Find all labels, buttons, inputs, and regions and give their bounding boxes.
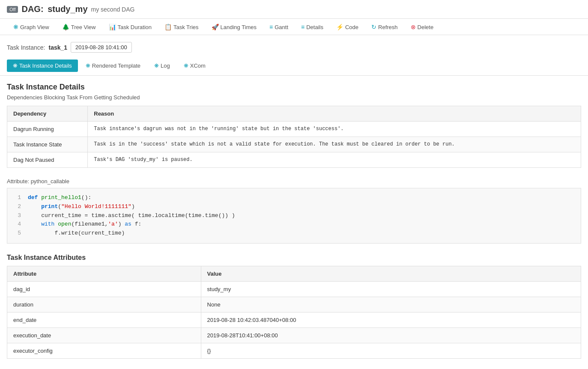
tab-refresh[interactable]: ↻ Refresh — [365, 19, 404, 35]
subtab-task-instance-details[interactable]: ❋ Task Instance Details — [7, 60, 78, 72]
table-row: execution_date2019-08-28T10:41:00+08:00 — [7, 327, 581, 343]
gantt-icon: ≡ — [269, 24, 273, 30]
attribute-name-cell: execution_date — [7, 327, 201, 343]
task-tries-icon: 📋 — [164, 24, 172, 30]
dag-off-badge: Off — [7, 6, 18, 13]
line-number: 1 — [14, 193, 21, 202]
tab-tree-view[interactable]: 🌲 Tree View — [56, 19, 102, 35]
subtab-xcom-label: XCom — [190, 62, 206, 69]
tab-tree-view-label: Tree View — [71, 24, 96, 30]
line-number: 5 — [14, 229, 21, 238]
dependency-cell: Dag Not Paused — [7, 152, 88, 168]
code-line: 4 with open(filename1,'a') as f: — [14, 220, 574, 229]
table-row: dag_idstudy_my — [7, 281, 581, 297]
table-row: Task Instance StateTask is in the 'succe… — [7, 137, 581, 152]
nav-tabs: ❋ Graph View 🌲 Tree View 📊 Task Duration… — [0, 19, 588, 35]
subtab-log-label: Log — [161, 62, 170, 69]
task-instance-name: task_1 — [49, 44, 68, 51]
tab-gantt[interactable]: ≡ Gantt — [263, 19, 295, 35]
tab-task-duration[interactable]: 📊 Task Duration — [102, 19, 158, 35]
tab-details-label: Details — [306, 24, 323, 30]
task-duration-icon: 📊 — [109, 24, 116, 30]
section-subtitle: Dependencies Blocking Task From Getting … — [7, 94, 581, 101]
dependency-cell: Dagrun Running — [7, 122, 88, 137]
task-instance-date: 2019-08-28 10:41:00 — [71, 42, 132, 53]
table-row: end_date2019-08-28 10:42:03.487040+08:00 — [7, 312, 581, 327]
line-content: with open(filename1,'a') as f: — [28, 220, 141, 229]
tab-code[interactable]: ⚡ Code — [330, 19, 365, 35]
tab-graph-view[interactable]: ❋ Graph View — [7, 19, 56, 35]
dag-label: DAG: study_my — [21, 4, 87, 14]
table-row: Dagrun RunningTask instance's dagrun was… — [7, 122, 581, 137]
table-row: durationNone — [7, 297, 581, 312]
tree-view-icon: 🌲 — [62, 24, 69, 30]
line-content: f.write(current_time) — [28, 229, 125, 238]
log-icon: ❋ — [154, 62, 159, 69]
attribute-value-cell: 2019-08-28 10:42:03.487040+08:00 — [201, 312, 581, 327]
attribute-label: Attribute: python_callable — [7, 178, 581, 184]
tab-delete-label: Delete — [418, 24, 434, 30]
dag-subtitle: my second DAG — [91, 6, 135, 13]
details-icon: ≡ — [301, 24, 304, 30]
landing-times-icon: 🚀 — [212, 24, 219, 30]
main-content: Task Instance Details Dependencies Block… — [0, 76, 588, 369]
tab-code-label: Code — [345, 24, 358, 30]
attr-col-header: Attribute — [7, 266, 201, 281]
tab-task-duration-label: Task Duration — [118, 24, 152, 30]
tab-graph-view-label: Graph View — [20, 24, 49, 30]
code-line: 5 f.write(current_time) — [14, 229, 574, 238]
tab-task-tries-label: Task Tries — [173, 24, 199, 30]
line-content: current_time = time.asctime( time.localt… — [28, 211, 235, 220]
subtab-xcom[interactable]: ❋ XCom — [178, 60, 212, 72]
attribute-name-cell: executor_config — [7, 343, 201, 358]
reason-cell: Task is in the 'success' state which is … — [88, 137, 581, 152]
code-block: 1def print_hello1():2 print("Hello World… — [7, 188, 581, 244]
tab-gantt-label: Gantt — [275, 24, 288, 30]
line-number: 3 — [14, 211, 21, 220]
reason-cell: Task instance's dagrun was not in the 'r… — [88, 122, 581, 137]
reason-col-header: Reason — [88, 106, 581, 122]
table-row: Dag Not PausedTask's DAG 'study_my' is p… — [7, 152, 581, 168]
attributes-title: Task Instance Attributes — [7, 254, 581, 262]
refresh-icon: ↻ — [371, 24, 376, 30]
attribute-value-cell: 2019-08-28T10:41:00+08:00 — [201, 327, 581, 343]
attribute-name-cell: duration — [7, 297, 201, 312]
dep-col-header: Dependency — [7, 106, 88, 122]
attribute-value-cell: {} — [201, 343, 581, 358]
line-content: print("Hello World!1111111") — [28, 202, 135, 211]
attribute-name-cell: dag_id — [7, 281, 201, 297]
code-line: 1def print_hello1(): — [14, 193, 574, 202]
code-icon: ⚡ — [336, 24, 343, 30]
dependency-table: Dependency Reason Dagrun RunningTask ins… — [7, 106, 581, 168]
task-instance-label: Task Instance: — [7, 44, 45, 51]
value-col-header: Value — [201, 266, 581, 281]
rendered-template-icon: ❋ — [86, 62, 90, 69]
code-line: 3 current_time = time.asctime( time.loca… — [14, 211, 574, 220]
code-line: 2 print("Hello World!1111111") — [14, 202, 574, 211]
subtab-rendered-template-label: Rendered Template — [92, 62, 140, 69]
xcom-icon: ❋ — [184, 62, 188, 69]
tab-refresh-label: Refresh — [378, 24, 398, 30]
table-row: executor_config{} — [7, 343, 581, 358]
tab-details[interactable]: ≡ Details — [295, 19, 330, 35]
page-header: Off DAG: study_my my second DAG — [0, 0, 588, 19]
line-number: 2 — [14, 202, 21, 211]
tab-landing-times[interactable]: 🚀 Landing Times — [205, 19, 263, 35]
line-number: 4 — [14, 220, 21, 229]
task-instance-header: Task Instance: task_1 2019-08-28 10:41:0… — [0, 35, 588, 56]
attribute-value-cell: study_my — [201, 281, 581, 297]
sub-tabs: ❋ Task Instance Details ❋ Rendered Templ… — [0, 56, 588, 76]
dependency-cell: Task Instance State — [7, 137, 88, 152]
attribute-value-cell: None — [201, 297, 581, 312]
attributes-table: Attribute Value dag_idstudy_mydurationNo… — [7, 266, 581, 359]
delete-icon: ⊗ — [411, 24, 416, 30]
graph-view-icon: ❋ — [13, 24, 18, 30]
subtab-task-instance-details-label: Task Instance Details — [19, 62, 72, 69]
tab-landing-times-label: Landing Times — [221, 24, 257, 30]
tab-delete[interactable]: ⊗ Delete — [404, 19, 440, 35]
attribute-name-cell: end_date — [7, 312, 201, 327]
tab-task-tries[interactable]: 📋 Task Tries — [158, 19, 205, 35]
reason-cell: Task's DAG 'study_my' is paused. — [88, 152, 581, 168]
subtab-rendered-template[interactable]: ❋ Rendered Template — [80, 60, 146, 72]
subtab-log[interactable]: ❋ Log — [148, 60, 176, 72]
